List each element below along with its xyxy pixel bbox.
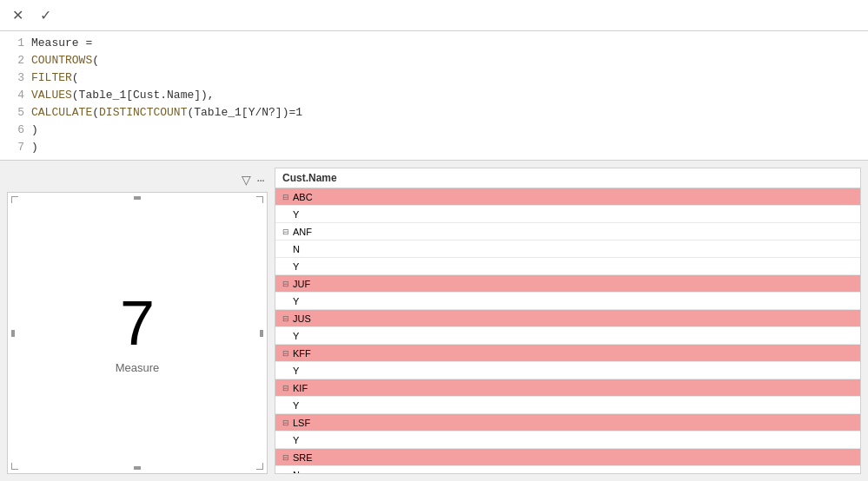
table-row[interactable]: N (275, 466, 860, 474)
lower-area: ▽ ··· 7 Measure Cust.Name ⊟ABCY⊟ANFNY⊟JU… (0, 161, 868, 481)
expand-icon[interactable]: ⊟ (282, 418, 289, 427)
line-number: 5 (7, 104, 24, 122)
row-label: ANF (293, 227, 312, 237)
code-segment: COUNTROWS (31, 52, 92, 69)
handle-top (134, 196, 141, 200)
table-row[interactable]: Y (275, 327, 860, 345)
code-segment: VALUES (31, 87, 72, 104)
code-segment: Measure = (31, 35, 92, 52)
measure-label: Measure (116, 361, 160, 374)
visual-toolbar: ▽ ··· (7, 168, 268, 192)
toolbar: ✕ ✓ (0, 0, 868, 31)
table-cell: N (275, 240, 860, 258)
code-line: 3 FILTER( (0, 69, 868, 87)
code-segment: ( (92, 104, 99, 122)
code-segment: FILTER (31, 69, 72, 87)
visual-card: 7 Measure (7, 192, 268, 474)
table-cell: ⊟LSF (275, 414, 860, 432)
line-number: 1 (7, 35, 24, 52)
code-segment: CALCULATE (31, 104, 92, 122)
confirm-button[interactable]: ✓ (35, 5, 56, 26)
table-cell: Y (275, 293, 860, 310)
table-cell: Y (275, 327, 860, 345)
table-cell: Y (275, 258, 860, 275)
expand-icon[interactable]: ⊟ (282, 314, 289, 323)
code-segment: ( (92, 52, 99, 69)
expand-icon[interactable]: ⊟ (282, 453, 289, 462)
code-editor[interactable]: 1Measure = 2COUNTROWS(3 FILTER(4 VALUES(… (0, 31, 868, 161)
table-row[interactable]: ⊟LSF (275, 414, 860, 432)
expand-icon[interactable]: ⊟ (282, 193, 289, 201)
table-cell: ⊟ANF (275, 223, 860, 240)
line-number: 4 (7, 87, 24, 104)
code-line: 6 ) (0, 122, 868, 139)
code-line: 2COUNTROWS( (0, 52, 868, 69)
table-cell: ⊟JUF (275, 275, 860, 293)
handle-tr (256, 196, 263, 203)
code-line: 7) (0, 139, 868, 156)
handle-tl (11, 196, 18, 203)
code-segment: ) (31, 122, 38, 139)
handle-bl (11, 463, 18, 470)
code-segment: (Table_1[Y/N?])=1 (187, 104, 302, 122)
table-panel[interactable]: Cust.Name ⊟ABCY⊟ANFNY⊟JUFY⊟JUSY⊟KFFY⊟KIF… (275, 168, 861, 474)
table-row[interactable]: ⊟ANF (275, 223, 860, 240)
table-row[interactable]: Y (275, 206, 860, 223)
more-icon[interactable]: ··· (256, 173, 264, 187)
table-cell: Y (275, 432, 860, 449)
table-row[interactable]: Y (275, 362, 860, 379)
table-header: Cust.Name (275, 168, 860, 188)
row-label: JUS (293, 313, 311, 324)
table-cell: ⊟KIF (275, 379, 860, 397)
table-row[interactable]: ⊟ABC (275, 188, 860, 206)
handle-br (256, 463, 263, 470)
expand-icon[interactable]: ⊟ (282, 384, 289, 392)
code-line: 5 CALCULATE(DISTINCTCOUNT(Table_1[Y/N?])… (0, 104, 868, 122)
code-segment: ( (72, 69, 79, 87)
row-label: SRE (293, 452, 313, 463)
table-rows: ⊟ABCY⊟ANFNY⊟JUFY⊟JUSY⊟KFFY⊟KIFY⊟LSFY⊟SRE… (275, 188, 860, 474)
expand-icon[interactable]: ⊟ (282, 349, 289, 358)
row-label: KFF (293, 348, 311, 359)
table-row[interactable]: Y (275, 432, 860, 449)
table-row[interactable]: N (275, 240, 860, 258)
table-cell: ⊟SRE (275, 449, 860, 466)
code-line: 1Measure = (0, 35, 868, 52)
code-line: 4 VALUES(Table_1[Cust.Name]), (0, 87, 868, 104)
visual-panel: ▽ ··· 7 Measure (7, 168, 268, 474)
code-segment: (Table_1[Cust.Name]), (72, 87, 215, 104)
table-cell: Y (275, 206, 860, 223)
line-number: 3 (7, 69, 24, 87)
code-segment: ) (31, 139, 38, 156)
table-cell: ⊟KFF (275, 345, 860, 362)
row-label: JUF (293, 279, 310, 289)
row-label: LSF (293, 418, 310, 428)
main-container: ✕ ✓ 1Measure = 2COUNTROWS(3 FILTER(4 VAL… (0, 0, 868, 481)
close-button[interactable]: ✕ (7, 5, 28, 26)
row-label: KIF (293, 383, 308, 393)
code-segment: DISTINCTCOUNT (99, 104, 187, 122)
filter-icon[interactable]: ▽ (242, 173, 251, 187)
measure-number: 7 (120, 292, 155, 354)
handle-right (260, 330, 263, 337)
table-row[interactable]: ⊟KIF (275, 379, 860, 397)
table-cell: Y (275, 362, 860, 379)
line-number: 7 (7, 139, 24, 156)
handle-left (11, 330, 15, 337)
table-cell: ⊟ABC (275, 188, 860, 206)
row-label: ABC (293, 192, 313, 202)
table-row[interactable]: ⊟JUS (275, 310, 860, 327)
table-row[interactable]: ⊟KFF (275, 345, 860, 362)
expand-icon[interactable]: ⊟ (282, 227, 289, 236)
handle-bottom (134, 466, 141, 470)
table-cell: N (275, 466, 860, 474)
table-row[interactable]: ⊟JUF (275, 275, 860, 293)
table-cell: Y (275, 397, 860, 414)
table-row[interactable]: Y (275, 293, 860, 310)
table-row[interactable]: Y (275, 397, 860, 414)
line-number: 2 (7, 52, 24, 69)
table-cell: ⊟JUS (275, 310, 860, 327)
table-row[interactable]: Y (275, 258, 860, 275)
expand-icon[interactable]: ⊟ (282, 280, 289, 288)
table-row[interactable]: ⊟SRE (275, 449, 860, 466)
